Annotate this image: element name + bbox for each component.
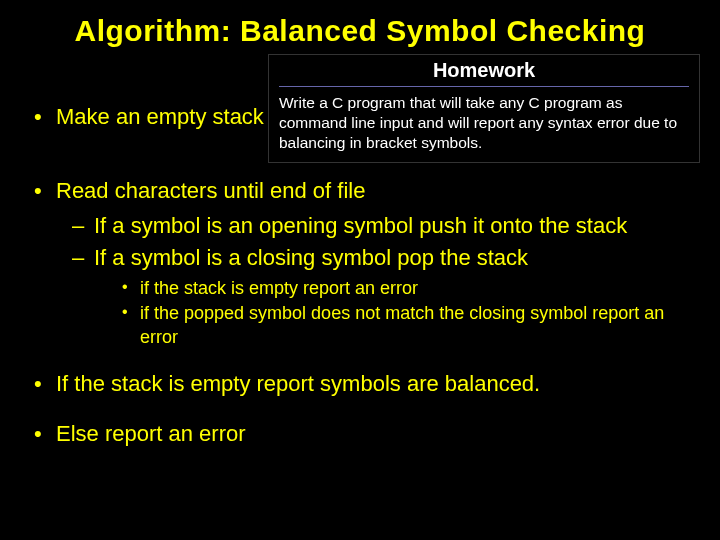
bullet-text: Read characters until end of file	[56, 178, 365, 203]
homework-title: Homework	[279, 59, 689, 82]
bullet-text: If the stack is empty report symbols are…	[56, 371, 540, 396]
homework-divider	[279, 86, 689, 87]
bullet-else-error: Else report an error	[30, 419, 690, 449]
slide-title: Algorithm: Balanced Symbol Checking	[30, 14, 690, 48]
bullet-text: if the popped symbol does not match the …	[140, 303, 664, 346]
subbullet-closing-symbol: If a symbol is a closing symbol pop the …	[72, 243, 690, 349]
bullet-text: Make an empty stack	[56, 104, 264, 129]
bullet-text: If a symbol is an opening symbol push it…	[94, 213, 627, 238]
bullet-text: if the stack is empty report an error	[140, 278, 418, 298]
bullet-text: If a symbol is a closing symbol pop the …	[94, 245, 528, 270]
subbullet-opening-symbol: If a symbol is an opening symbol push it…	[72, 211, 690, 241]
bullet-text: Else report an error	[56, 421, 246, 446]
bullet-stack-empty-balanced: If the stack is empty report symbols are…	[30, 369, 690, 399]
subsubbullet-mismatch-error: if the popped symbol does not match the …	[122, 302, 690, 349]
bullet-read-characters: Read characters until end of file If a s…	[30, 176, 690, 349]
bullet-make-empty-stack: Make an empty stack	[30, 102, 690, 132]
subsubbullet-empty-error: if the stack is empty report an error	[122, 277, 690, 300]
